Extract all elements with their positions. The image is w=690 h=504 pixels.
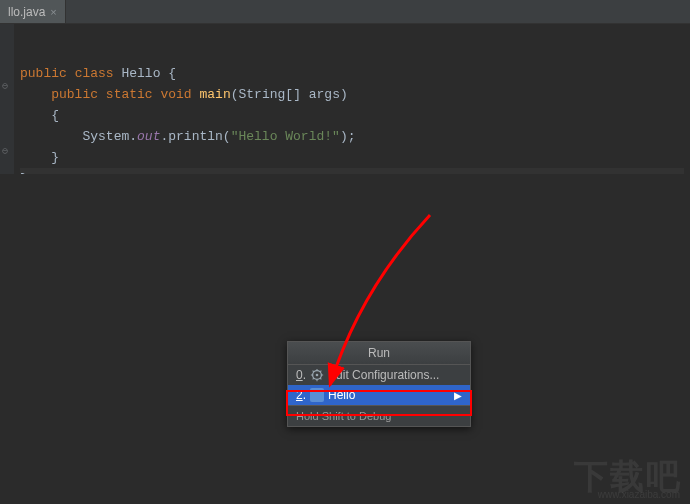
fold-marker-icon[interactable]: ⊖: [2, 145, 12, 155]
code-line: public static void main(String[] args): [20, 87, 348, 102]
code-line: public class Hello {: [20, 66, 176, 81]
code-line: {: [20, 108, 59, 123]
menu-hint: Hold Shift to Debug: [288, 406, 470, 426]
gear-icon: [310, 368, 324, 382]
menu-title: Run: [288, 342, 470, 365]
run-context-menu: Run 0. Edit Configurations... 2. Hello ▶…: [287, 341, 471, 427]
code-area[interactable]: public class Hello { public static void …: [14, 24, 690, 174]
chevron-right-icon: ▶: [454, 390, 462, 401]
close-icon[interactable]: ×: [50, 6, 56, 18]
tab-bar: llo.java ×: [0, 0, 690, 24]
application-icon: [310, 388, 324, 402]
code-line: }: [20, 150, 59, 165]
menu-item-label: Edit Configurations...: [328, 368, 439, 382]
fold-marker-icon[interactable]: ⊖: [2, 80, 12, 90]
gutter: ⊖ ⊖: [0, 24, 14, 174]
watermark-url: www.xiazaiba.com: [598, 489, 680, 500]
svg-point-1: [316, 374, 319, 377]
menu-item-edit-configurations[interactable]: 0. Edit Configurations...: [288, 365, 470, 385]
editor-tab[interactable]: llo.java ×: [0, 0, 66, 23]
code-editor[interactable]: ⊖ ⊖ public class Hello { public static v…: [0, 24, 690, 174]
code-line: System.out.println("Hello World!");: [20, 129, 355, 144]
menu-item-label: Hello: [328, 388, 355, 402]
tab-label: llo.java: [8, 5, 45, 19]
menu-item-hello[interactable]: 2. Hello ▶: [288, 385, 470, 405]
